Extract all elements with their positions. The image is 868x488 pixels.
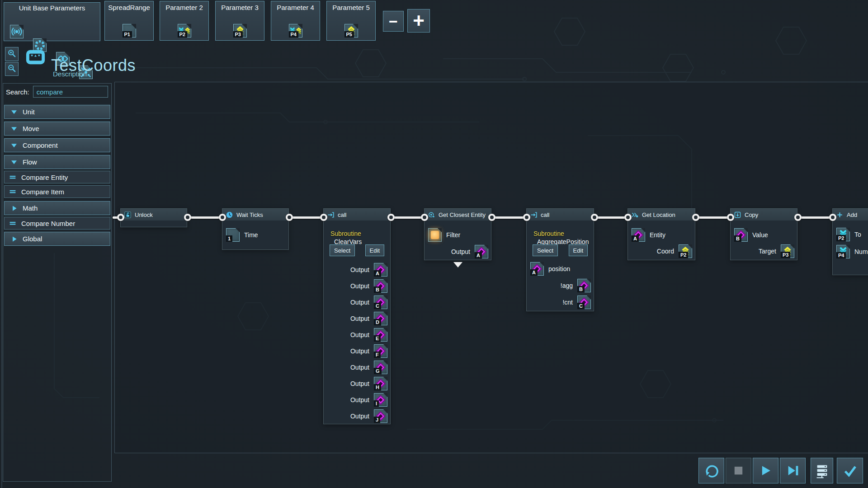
- slot-var[interactable]: I: [374, 393, 387, 407]
- page-description[interactable]: Description: [53, 70, 87, 78]
- node-graph-canvas[interactable]: UnlockWait Ticks1TimecallSubroutineClear…: [114, 82, 868, 453]
- remove-parameter-button[interactable]: −: [383, 11, 404, 32]
- wire-connector[interactable]: [624, 214, 632, 221]
- node-row-to: P2To: [836, 228, 861, 241]
- slot-var[interactable]: H: [374, 377, 387, 390]
- wire-connector[interactable]: [829, 214, 836, 221]
- parameter-slot-P1[interactable]: P1: [123, 24, 136, 38]
- node-wait-ticks[interactable]: Wait Ticks1Time: [222, 208, 289, 250]
- node-row-output: OutputC: [350, 296, 387, 309]
- slot-var[interactable]: A: [530, 262, 544, 276]
- zoom-in-button[interactable]: [5, 47, 19, 61]
- sidebar-item-global[interactable]: Global: [4, 232, 110, 246]
- wire-connector[interactable]: [488, 214, 495, 221]
- sidebar-item-component[interactable]: Component: [4, 138, 110, 152]
- slot-param-down[interactable]: P2: [836, 228, 850, 241]
- tab-spreadrange[interactable]: SpreadRangeP1: [104, 1, 154, 41]
- node-title: Copy: [745, 211, 758, 218]
- slot-var[interactable]: B: [734, 228, 748, 242]
- add-parameter-button[interactable]: +: [407, 9, 430, 33]
- node-header[interactable]: Get Closest Entity: [425, 209, 491, 221]
- node-get-closest-entity[interactable]: Get Closest EntityFilterOutputA: [424, 208, 491, 260]
- node-header[interactable]: Get Location: [628, 209, 695, 221]
- edit-button[interactable]: Edit: [569, 244, 588, 256]
- play-button[interactable]: [753, 458, 778, 483]
- sidebar-item-compare-entity[interactable]: Compare Entity: [4, 171, 110, 183]
- wire-connector[interactable]: [387, 214, 395, 221]
- confirm-button[interactable]: [837, 458, 863, 483]
- slot-badge: P1: [123, 31, 132, 38]
- tab-parameter-3[interactable]: Parameter 3P3: [215, 1, 264, 41]
- zoom-out-button[interactable]: [5, 62, 19, 76]
- node-add[interactable]: AddP2ToP4Num: [832, 208, 868, 275]
- instruction-icon: [9, 188, 17, 196]
- wire-connector[interactable]: [794, 214, 802, 221]
- slot-empty[interactable]: 1: [226, 228, 240, 242]
- step-button[interactable]: [780, 458, 806, 483]
- slot-var[interactable]: C: [577, 296, 591, 309]
- parameter-slot-P2[interactable]: P2: [178, 24, 191, 38]
- slot-var[interactable]: E: [374, 328, 387, 342]
- parameter-slot-P4[interactable]: P4: [289, 24, 302, 38]
- node-header[interactable]: Copy: [731, 209, 797, 221]
- slot-var[interactable]: A: [632, 228, 645, 242]
- queue-button[interactable]: [811, 458, 833, 483]
- wire-connector[interactable]: [727, 214, 734, 221]
- edit-button[interactable]: Edit: [365, 244, 384, 256]
- wire-connector[interactable]: [692, 214, 699, 221]
- slot-var[interactable]: B: [577, 279, 591, 292]
- row-label: Filter: [446, 231, 460, 239]
- node-header[interactable]: Add: [833, 209, 868, 221]
- sidebar-item-flow[interactable]: Flow: [4, 155, 110, 169]
- select-button[interactable]: Select: [330, 244, 355, 256]
- slot-var[interactable]: F: [374, 344, 387, 358]
- parameter-slot-P5[interactable]: P5: [344, 24, 358, 38]
- parameter-slot-P3[interactable]: P3: [233, 24, 247, 38]
- slot-var[interactable]: J: [374, 409, 387, 423]
- slot-var[interactable]: G: [374, 361, 387, 374]
- sidebar-item-compare-number[interactable]: Compare Number: [4, 217, 110, 230]
- wire: [696, 216, 731, 219]
- slot-var[interactable]: D: [374, 312, 387, 325]
- node-call[interactable]: callSubroutineClearVarsSelectEditOutputA…: [323, 208, 391, 424]
- tab-parameter-5[interactable]: Parameter 5P5: [326, 1, 376, 41]
- unit-parameter-card-signal-icon[interactable]: [10, 25, 24, 38]
- slot-param-up[interactable]: P2: [679, 244, 692, 258]
- node-copy[interactable]: CopyBValueTargetP3: [730, 208, 797, 260]
- tab-parameter-4[interactable]: Parameter 4P4: [271, 1, 320, 41]
- node-header[interactable]: call: [324, 209, 390, 221]
- slot-var[interactable]: B: [374, 279, 387, 293]
- wire-connector[interactable]: [523, 214, 530, 221]
- stop-button[interactable]: [726, 458, 751, 483]
- select-button[interactable]: Select: [533, 244, 558, 256]
- search-input[interactable]: [33, 86, 108, 98]
- wire-connector[interactable]: [117, 214, 124, 221]
- wire-connector[interactable]: [421, 214, 428, 221]
- wire-connector[interactable]: [286, 214, 293, 221]
- wire-connector[interactable]: [591, 214, 598, 221]
- slot-var[interactable]: A: [374, 263, 387, 277]
- wire: [188, 216, 222, 219]
- slot-param-up[interactable]: P3: [781, 244, 794, 258]
- node-unlock[interactable]: Unlock: [120, 208, 187, 227]
- slot-var[interactable]: A: [475, 245, 488, 258]
- node-header[interactable]: call: [527, 209, 594, 221]
- node-header[interactable]: Unlock: [121, 209, 187, 221]
- node-get-location[interactable]: Get LocationAEntityCoordP2: [627, 208, 695, 260]
- wire-connector[interactable]: [184, 214, 191, 221]
- tab-parameter-2[interactable]: Parameter 2P2: [160, 1, 209, 41]
- node-title: Get Location: [642, 211, 675, 218]
- sidebar-item-label: Math: [23, 204, 38, 212]
- slot-var[interactable]: C: [374, 296, 387, 309]
- sidebar-item-unit[interactable]: Unit: [4, 105, 110, 119]
- node-header[interactable]: Wait Ticks: [222, 209, 288, 221]
- wire-connector[interactable]: [219, 214, 226, 221]
- wire-connector[interactable]: [320, 214, 327, 221]
- slot-param-down[interactable]: P4: [836, 245, 850, 258]
- reset-button[interactable]: [698, 458, 724, 483]
- slot-filter[interactable]: [428, 228, 442, 242]
- node-call[interactable]: callSubroutineAggregatePositionSelectEdi…: [526, 208, 594, 311]
- sidebar-item-math[interactable]: Math: [4, 201, 110, 215]
- sidebar-item-compare-item[interactable]: Compare Item: [4, 185, 110, 198]
- sidebar-item-move[interactable]: Move: [4, 122, 110, 136]
